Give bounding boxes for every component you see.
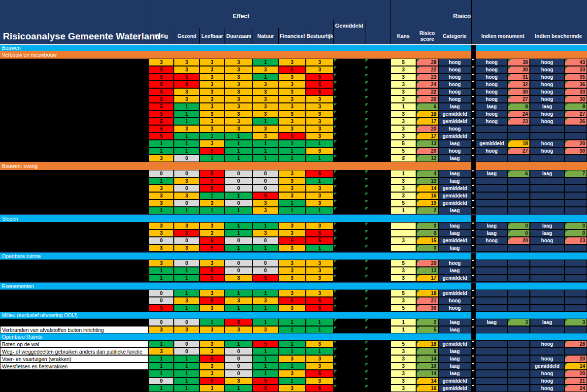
- cell-effect[interactable]: 1: [253, 370, 278, 377]
- cell-effect[interactable]: 1: [149, 177, 174, 185]
- row-label[interactable]: Weesfietsen en fietswrakken: [0, 362, 149, 370]
- cell-gemiddeld-hidden[interactable]: [333, 290, 365, 297]
- cell-categorie[interactable]: hoog: [438, 96, 471, 103]
- cell-hidden[interactable]: [365, 118, 391, 125]
- cell-beschermde-categorie[interactable]: [530, 207, 564, 214]
- cell-effect[interactable]: 3: [149, 222, 174, 229]
- cell-monument-score[interactable]: [508, 370, 530, 377]
- cell-gemiddeld-hidden[interactable]: [333, 237, 365, 244]
- cell-effect[interactable]: 3: [253, 297, 278, 304]
- cell-effect[interactable]: 3: [306, 125, 333, 132]
- row-label[interactable]: [0, 274, 149, 282]
- cell-beschermde-categorie[interactable]: [530, 260, 564, 267]
- cell-effect[interactable]: 3: [199, 340, 225, 348]
- cell-effect[interactable]: 1: [225, 244, 253, 252]
- cell-effect[interactable]: 1: [149, 370, 174, 377]
- cell-gemiddeld-hidden[interactable]: [333, 140, 365, 147]
- cell-hidden[interactable]: [365, 199, 391, 207]
- cell-monument-categorie[interactable]: [476, 185, 508, 192]
- row-label[interactable]: [0, 170, 149, 177]
- cell-monument-score[interactable]: [508, 348, 530, 355]
- cell-risico-score[interactable]: 5: [416, 326, 438, 333]
- cell-beschermde-score[interactable]: 24: [564, 385, 587, 392]
- cell-effect[interactable]: 0: [253, 177, 278, 185]
- cell-effect[interactable]: 5: [199, 355, 225, 362]
- cell-effect[interactable]: 5: [149, 103, 174, 110]
- cell-hidden[interactable]: [365, 260, 391, 267]
- cell-categorie[interactable]: laag: [438, 170, 471, 177]
- row-label[interactable]: [0, 199, 149, 207]
- cell-risico-score[interactable]: 0: [416, 222, 438, 229]
- cell-risico-score[interactable]: 14: [416, 355, 438, 362]
- cell-gemiddeld-hidden[interactable]: [333, 385, 365, 392]
- cell-effect[interactable]: 5: [306, 73, 333, 81]
- cell-kans[interactable]: 3: [391, 132, 416, 140]
- cell-effect[interactable]: 3: [278, 274, 306, 282]
- column-header-indien-monument[interactable]: Indien monument: [476, 28, 530, 44]
- cell-categorie[interactable]: hoog: [438, 304, 471, 312]
- cell-effect[interactable]: 3: [174, 244, 199, 252]
- cell-effect[interactable]: 0: [149, 170, 174, 177]
- cell-effect[interactable]: 3: [278, 192, 306, 199]
- cell-categorie[interactable]: gemiddeld: [438, 110, 471, 118]
- section-bar-left[interactable]: Openbare ruimte: [0, 253, 471, 260]
- cell-monument-score[interactable]: 0: [508, 229, 530, 237]
- cell-effect[interactable]: 3: [253, 110, 278, 118]
- cell-gemiddeld-hidden[interactable]: [333, 81, 365, 88]
- cell-categorie[interactable]: gemiddeld: [438, 290, 471, 297]
- cell-categorie[interactable]: gemiddeld: [438, 192, 471, 199]
- cell-effect[interactable]: 1: [253, 59, 278, 66]
- column-header-categorie[interactable]: Categorie: [438, 28, 471, 44]
- cell-effect[interactable]: 3: [199, 125, 225, 132]
- cell-monument-categorie[interactable]: [476, 355, 508, 362]
- cell-beschermde-score[interactable]: 14: [564, 362, 587, 370]
- cell-beschermde-score[interactable]: [564, 326, 587, 333]
- cell-monument-categorie[interactable]: [476, 267, 508, 274]
- cell-risico-score[interactable]: 20: [416, 125, 438, 132]
- cell-categorie[interactable]: laag: [438, 326, 471, 333]
- cell-effect[interactable]: 1: [253, 244, 278, 252]
- cell-effect[interactable]: 1: [174, 385, 199, 392]
- cell-effect[interactable]: 3: [149, 59, 174, 66]
- cell-effect[interactable]: 1: [306, 207, 333, 214]
- cell-effect[interactable]: 1: [225, 290, 253, 297]
- cell-effect[interactable]: 5: [174, 229, 199, 237]
- cell-effect[interactable]: 1: [199, 132, 225, 140]
- cell-effect[interactable]: 3: [225, 326, 253, 333]
- cell-hidden[interactable]: [365, 73, 391, 81]
- cell-effect[interactable]: 1: [253, 73, 278, 81]
- cell-effect[interactable]: 5: [199, 274, 225, 282]
- cell-gemiddeld-hidden[interactable]: [333, 103, 365, 110]
- cell-categorie[interactable]: gemiddeld: [438, 385, 471, 392]
- cell-effect[interactable]: 3: [199, 73, 225, 81]
- cell-categorie[interactable]: gemiddeld: [438, 377, 471, 385]
- cell-gemiddeld-hidden[interactable]: [333, 355, 365, 362]
- cell-risico-score[interactable]: 17: [416, 118, 438, 125]
- row-label[interactable]: [0, 267, 149, 274]
- cell-hidden[interactable]: [365, 222, 391, 229]
- cell-effect[interactable]: 0: [225, 177, 253, 185]
- cell-effect[interactable]: 3: [199, 222, 225, 229]
- cell-effect[interactable]: 1: [174, 355, 199, 362]
- cell-effect[interactable]: 1: [253, 140, 278, 147]
- cell-beschermde-categorie[interactable]: hoog: [530, 237, 564, 244]
- cell-monument-score[interactable]: 24: [508, 110, 530, 118]
- cell-categorie[interactable]: laag: [438, 355, 471, 362]
- cell-effect[interactable]: 1: [174, 132, 199, 140]
- cell-hidden[interactable]: [365, 267, 391, 274]
- cell-kans[interactable]: 5: [391, 199, 416, 207]
- cell-effect[interactable]: 3: [199, 88, 225, 96]
- cell-effect[interactable]: 3: [253, 125, 278, 132]
- cell-categorie[interactable]: gemiddeld: [438, 340, 471, 348]
- column-header-gezond[interactable]: Gezond: [174, 28, 199, 44]
- cell-gemiddeld-hidden[interactable]: [333, 177, 365, 185]
- cell-beschermde-categorie[interactable]: [530, 132, 564, 140]
- section-bar-left[interactable]: Milieu (exclusief uitvoering ODIJ): [0, 312, 471, 319]
- cell-hidden[interactable]: [365, 244, 391, 252]
- section-bar-left[interactable]: Openbare Ruimte: [0, 333, 471, 340]
- cell-kans[interactable]: 3: [391, 370, 416, 377]
- cell-effect[interactable]: 3: [253, 96, 278, 103]
- cell-effect[interactable]: 1: [253, 147, 278, 155]
- row-label[interactable]: [0, 147, 149, 155]
- cell-effect[interactable]: 3: [225, 59, 253, 66]
